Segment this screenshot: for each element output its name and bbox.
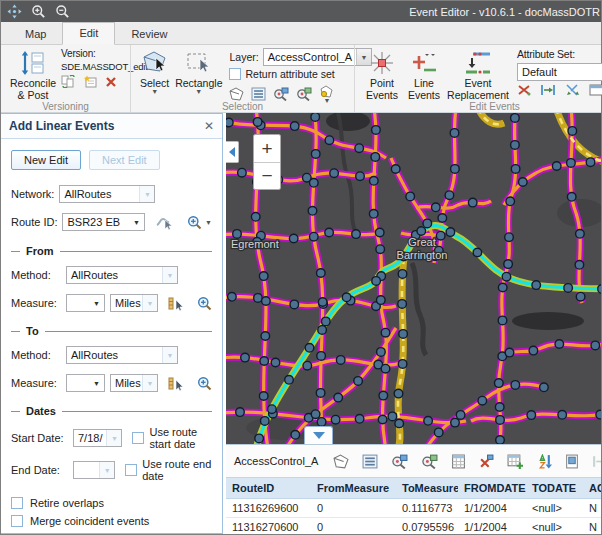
collapse-panel-button[interactable] — [226, 141, 239, 163]
use-route-start-label: Use route start date — [149, 426, 212, 450]
zoom-in-icon[interactable] — [31, 4, 46, 19]
cell-todate: <null> — [526, 518, 583, 535]
tab-edit[interactable]: Edit — [62, 22, 115, 45]
column-header-todate[interactable]: TODATE — [526, 478, 583, 499]
collapse-arrow-icon — [228, 147, 236, 157]
zoom-selection-icon[interactable] — [391, 454, 408, 469]
use-route-end-checkbox[interactable] — [125, 464, 137, 476]
column-header-ac[interactable]: AC — [583, 478, 601, 499]
table-row[interactable]: 11316269600 0 0.1116773 1/1/2004 <null> … — [226, 499, 601, 518]
attribute-set-dropdown[interactable]: Default — [517, 63, 602, 81]
identify-icon[interactable] — [565, 454, 579, 469]
attribute-table-panel: AccessControl_A — [226, 444, 601, 534]
route-id-combo[interactable]: BSR23 EB ▼ — [62, 213, 145, 231]
end-date-label: End Date: — [11, 464, 68, 476]
calculator-icon[interactable] — [451, 454, 466, 469]
window-title: Event Editor - v10.6.1 - docMassDOTR — [409, 6, 600, 18]
column-header-routeid[interactable]: RouteID — [226, 478, 311, 499]
merge-events-icon[interactable] — [565, 84, 580, 96]
from-measure-combo[interactable]: ▼ — [66, 294, 105, 312]
table-toolbar: AccessControl_A — [226, 445, 601, 477]
merge-coincident-checkbox[interactable] — [11, 515, 23, 527]
delete-version-icon[interactable] — [105, 76, 117, 88]
map-label-great-barrington-1: Great — [408, 236, 436, 248]
next-edit-button[interactable]: Next Edit — [89, 150, 160, 170]
chevron-down-icon: ▼ — [142, 375, 157, 391]
point-events-button[interactable]: Point Events — [361, 48, 403, 102]
zoom-measure-icon[interactable] — [197, 296, 212, 311]
start-date-value: 7/18/ — [74, 430, 106, 446]
select-shape-icon[interactable] — [229, 87, 244, 101]
pages-refresh-icon[interactable] — [61, 75, 76, 88]
selection-list-icon[interactable] — [362, 454, 378, 469]
map-zoom-in-button[interactable]: + — [254, 135, 280, 162]
line-events-button[interactable]: Line Events — [403, 48, 445, 102]
measure-pick-icon[interactable] — [168, 296, 183, 311]
selection-list-icon[interactable] — [251, 87, 266, 101]
measure-pick-icon[interactable] — [168, 376, 183, 391]
tab-map[interactable]: Map — [9, 24, 62, 45]
map-canvas[interactable]: Egremont Great Barrington + − — [226, 113, 601, 444]
zoom-measure-icon[interactable] — [197, 376, 212, 391]
to-units-dropdown[interactable]: Miles ▼ — [110, 374, 158, 392]
event-replacement-button[interactable]: Event Replacement — [445, 48, 511, 102]
table-header-row: RouteID FromMeasure ToMeasure FROMDATE T… — [226, 478, 601, 499]
point-events-label: Point Events — [364, 77, 400, 101]
cell-ac: N — [583, 518, 601, 535]
new-version-icon[interactable] — [83, 75, 98, 88]
new-edit-button[interactable]: New Edit — [11, 150, 81, 170]
add-record-icon[interactable] — [507, 454, 523, 469]
start-date-label: Start Date: — [11, 432, 68, 444]
measure-span-icon[interactable] — [540, 84, 556, 96]
tab-review[interactable]: Review — [115, 24, 183, 45]
select-dropdown-caret: ▼ — [151, 89, 158, 94]
close-icon[interactable]: ✕ — [204, 119, 214, 133]
column-header-frommeasure[interactable]: FromMeasure — [311, 478, 396, 499]
event-replacement-label: Event Replacement — [447, 77, 509, 101]
column-header-fromdate[interactable]: FROMDATE — [458, 478, 526, 499]
route-pick-icon[interactable] — [156, 215, 172, 230]
return-attribute-set-checkbox[interactable] — [229, 68, 241, 80]
from-method-dropdown[interactable]: AllRoutes ▼ — [66, 266, 178, 284]
network-dropdown[interactable]: AllRoutes ▼ — [59, 185, 155, 203]
retire-overlaps-label: Retire overlaps — [30, 497, 104, 509]
zoom-route-icon[interactable]: ▼ — [187, 215, 212, 230]
reconcile-post-button[interactable]: Reconcile & Post — [7, 48, 59, 102]
use-route-start-checkbox[interactable] — [132, 432, 144, 444]
expand-table-button[interactable] — [304, 426, 333, 444]
attribute-window-icon[interactable] — [589, 84, 602, 96]
clear-selection-icon[interactable] — [479, 454, 494, 469]
pan-selection-icon[interactable] — [296, 87, 312, 101]
merge-coincident-label: Merge coincident events — [30, 515, 149, 527]
rectangle-select-button[interactable]: Rectangle ▼ — [172, 48, 225, 95]
to-method-dropdown[interactable]: AllRoutes ▼ — [66, 346, 178, 364]
from-measure-label: Measure: — [11, 297, 61, 309]
from-units-dropdown[interactable]: Miles ▼ — [110, 294, 158, 312]
to-units-value: Miles — [111, 375, 142, 391]
retire-overlaps-checkbox[interactable] — [11, 497, 23, 509]
end-date-input[interactable]: ▼ — [73, 461, 115, 479]
cell-frommeasure: 0 — [311, 518, 396, 535]
start-date-input[interactable]: 7/18/ ▼ — [73, 429, 122, 447]
select-button[interactable]: Select ▼ — [137, 48, 172, 95]
line-events-label: Line Events — [406, 77, 442, 101]
column-header-tomeasure[interactable]: ToMeasure — [396, 478, 458, 499]
route-id-value: BSR23 EB — [63, 214, 129, 230]
expand-table-icon — [313, 432, 325, 440]
table-row[interactable]: 11316270600 0 0.0795596 1/1/2004 <null> … — [226, 518, 601, 535]
to-measure-combo[interactable]: ▼ — [66, 374, 105, 392]
map-zoom-out-button[interactable]: − — [254, 162, 280, 189]
group-label-selection: Selection — [131, 101, 354, 112]
zoom-selection-icon[interactable] — [273, 87, 289, 101]
from-method-value: AllRoutes — [67, 267, 162, 283]
cell-fromdate: 1/1/2004 — [458, 499, 526, 518]
pan-icon[interactable] — [7, 4, 22, 19]
split-event-icon[interactable] — [517, 84, 531, 96]
select-shape-icon[interactable] — [333, 454, 349, 469]
zoom-out-icon[interactable] — [55, 4, 70, 19]
from-measure-value — [67, 295, 89, 311]
sort-icon[interactable] — [536, 454, 552, 469]
line-events-icon — [410, 49, 438, 77]
pan-selection-icon[interactable] — [421, 454, 438, 469]
measure-span-icon[interactable] — [592, 455, 601, 468]
